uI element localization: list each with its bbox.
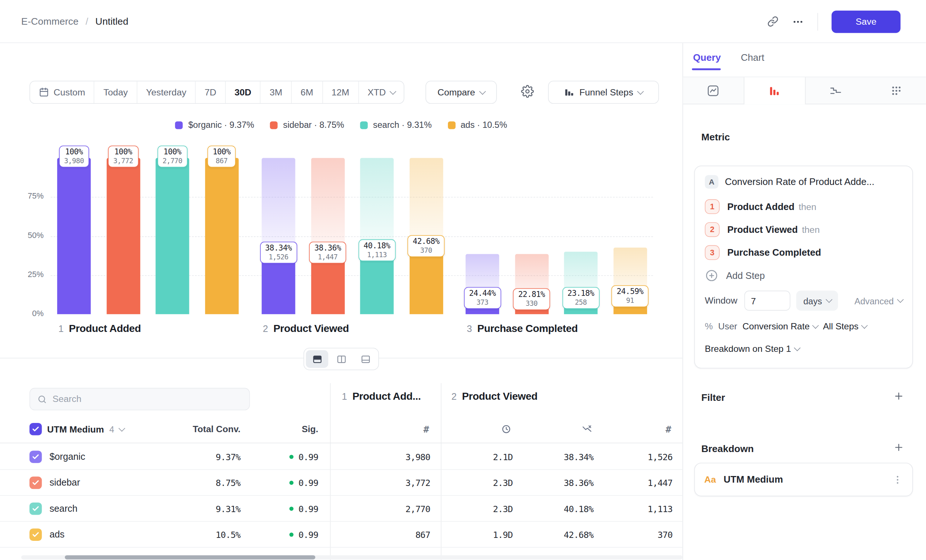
step-number: 2 (263, 324, 268, 334)
group-count: 4 (109, 424, 114, 434)
grid-chart-type-icon[interactable] (866, 77, 926, 104)
bar-value-label: 100%867 (207, 145, 236, 167)
funnel-bar[interactable] (156, 158, 189, 314)
cell-step2-count: 1,113 (648, 503, 672, 513)
window-unit-select[interactable]: days (796, 291, 838, 310)
funnel-bar[interactable] (57, 158, 91, 314)
bar-count: 91 (617, 297, 643, 305)
breadcrumb-project[interactable]: E-Commerce (21, 16, 79, 27)
metric-card-header[interactable]: A Conversion Rate of Product Adde... (705, 175, 902, 189)
layout-rows-icon[interactable] (306, 350, 328, 368)
tab-chart[interactable]: Chart (740, 48, 766, 67)
funnel-bar[interactable] (106, 158, 140, 314)
add-step-button[interactable]: Add Step (705, 264, 902, 287)
funnel-bar[interactable] (409, 248, 443, 314)
table-step1-header: 1 Product Add... (342, 390, 421, 403)
breakdown-heading: Breakdown (701, 443, 754, 454)
cell-step2-pct: 38.34% (564, 452, 593, 462)
funnel-ghost-bar (311, 158, 344, 254)
breakdown-on-label: Breakdown on Step 1 (705, 344, 791, 354)
bar-count: 1,113 (363, 250, 390, 258)
conversion-chart-icon[interactable] (582, 424, 592, 434)
funnel-chart-type-icon[interactable] (744, 77, 806, 104)
breakdown-property-card[interactable]: Aa UTM Medium (694, 463, 913, 496)
bar-percent: 100% (113, 147, 133, 156)
tab-query[interactable]: Query (692, 48, 722, 67)
save-button[interactable]: Save (832, 10, 900, 33)
chart-step-label: 1Product Added (58, 322, 141, 335)
metric-step-label: Purchase Completed (727, 247, 821, 258)
funnel-bar[interactable] (205, 158, 238, 314)
bar-count: 1,526 (265, 253, 292, 261)
cell-step2-pct: 42.68% (564, 530, 593, 539)
total-conv-header[interactable]: Total Conv. (193, 424, 241, 434)
more-icon[interactable] (792, 15, 804, 27)
clock-icon[interactable] (501, 424, 511, 434)
retention-chart-type-icon[interactable] (805, 77, 865, 104)
table-row[interactable]: search0.999.31%2,7702.3D40.18%1,113 (0, 496, 682, 522)
bar-percent: 100% (64, 147, 84, 156)
measure-scope-select[interactable]: All Steps (823, 321, 866, 332)
metric-step[interactable]: 1Product Addedthen (705, 195, 902, 218)
link-icon[interactable] (767, 16, 778, 27)
step-number: 3 (467, 324, 472, 334)
metric-step[interactable]: 3Purchase Completed (705, 241, 902, 264)
metric-step[interactable]: 2Product Viewedthen (705, 218, 902, 241)
hash-icon[interactable]: # (423, 424, 429, 435)
horizontal-scrollbar-thumb[interactable] (65, 555, 315, 559)
add-filter-button[interactable] (894, 391, 904, 404)
step-number-badge: 3 (705, 245, 720, 260)
sig-value: 0.99 (298, 530, 318, 539)
layout-columns-icon[interactable] (330, 350, 353, 368)
table-row[interactable]: sidebar0.998.75%3,7722.3D38.36%1,447 (0, 470, 682, 495)
chart-step-label: 3Purchase Completed (467, 322, 578, 335)
hash-icon[interactable]: # (666, 424, 671, 435)
breadcrumb-page-title[interactable]: Untitled (95, 16, 129, 27)
measure-entity[interactable]: User (718, 321, 737, 332)
metric-step-text: Purchase Completed (727, 247, 821, 258)
sig-header[interactable]: Sig. (302, 424, 318, 434)
measure-metric-select[interactable]: Conversion Rate (743, 321, 818, 332)
bar-percent: 38.36% (314, 244, 341, 252)
search-input[interactable] (52, 394, 242, 404)
step-name: Product Viewed (273, 322, 349, 335)
step-number-badge: 2 (705, 222, 720, 237)
metric-badge: A (705, 175, 719, 189)
group-column-label[interactable]: UTM Medium (47, 424, 104, 434)
table-row[interactable]: $organic0.999.37%3,9802.1D38.34%1,526 (0, 444, 682, 470)
row-checkbox[interactable] (29, 476, 42, 489)
bar-value-label: 38.36%1,447 (309, 242, 346, 264)
sig-dot (289, 506, 294, 510)
measure-scope-label: All Steps (823, 321, 859, 332)
conversion-window-row: Window days Advanced (705, 289, 902, 312)
advanced-toggle[interactable]: Advanced (855, 295, 902, 306)
row-checkbox[interactable] (29, 528, 42, 541)
chevron-down-icon (812, 322, 819, 328)
cell-step1-count: 3,980 (406, 452, 430, 462)
line-chart-type-icon[interactable] (683, 77, 743, 104)
metric-step-label: Product Added (727, 201, 794, 212)
bar-percent: 23.18% (567, 289, 594, 298)
table-step2-header: 2 Product Viewed (452, 390, 538, 403)
select-all-checkbox[interactable] (29, 423, 42, 436)
add-breakdown-button[interactable] (894, 442, 904, 455)
metric-step-suffix: then (802, 224, 820, 235)
app-root: E-Commerce / Untitled Save CustomTodayYe… (0, 0, 926, 560)
bar-value-label: 38.34%1,526 (260, 242, 297, 264)
y-axis-label: 25% (11, 270, 44, 278)
group-column-header: UTM Medium 4 (29, 423, 124, 436)
chevron-down-icon (861, 322, 867, 328)
check-icon (32, 505, 39, 513)
window-value-input[interactable] (744, 291, 790, 310)
kebab-icon[interactable] (892, 474, 903, 485)
row-checkbox[interactable] (29, 502, 42, 515)
breakdown-on-step-select[interactable]: Breakdown on Step 1 (705, 340, 902, 359)
table-header-row: UTM Medium 4 Total Conv. Sig. # # (0, 416, 682, 443)
row-checkbox[interactable] (29, 450, 42, 463)
table-row[interactable]: ads0.9910.5%8671.9D42.68%370 (0, 522, 682, 548)
check-icon (32, 425, 39, 433)
sig-dot (289, 455, 294, 459)
bar-percent: 24.44% (469, 289, 495, 298)
layout-bottom-panel-icon[interactable] (354, 350, 377, 368)
step-name: Purchase Completed (477, 322, 578, 335)
